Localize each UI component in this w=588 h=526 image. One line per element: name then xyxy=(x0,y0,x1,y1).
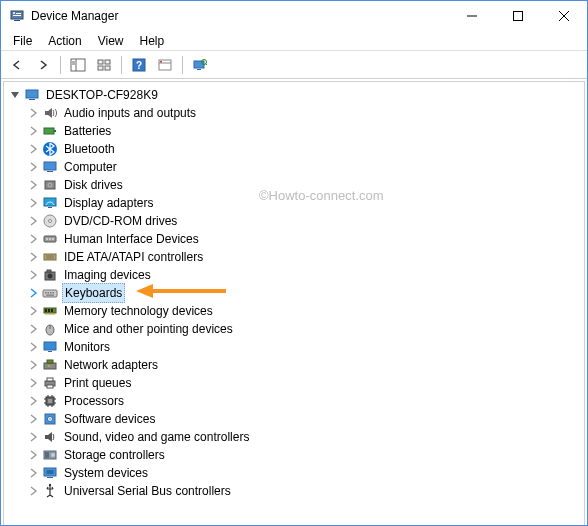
expand-toggle-icon[interactable] xyxy=(26,484,40,498)
expand-toggle-icon[interactable] xyxy=(26,124,40,138)
forward-button[interactable] xyxy=(31,54,55,76)
category-label: Disk drives xyxy=(62,176,125,194)
tree-category[interactable]: Memory technology devices xyxy=(8,302,580,320)
expand-toggle-icon[interactable] xyxy=(26,430,40,444)
expand-toggle-icon[interactable] xyxy=(26,142,40,156)
expand-toggle-icon[interactable] xyxy=(26,106,40,120)
hid-icon xyxy=(42,231,58,247)
close-button[interactable] xyxy=(541,1,587,31)
expand-toggle-icon[interactable] xyxy=(26,196,40,210)
menu-view[interactable]: View xyxy=(90,32,132,50)
tree-category[interactable]: Monitors xyxy=(8,338,580,356)
category-label: Computer xyxy=(62,158,119,176)
tree-category[interactable]: Disk drives xyxy=(8,176,580,194)
tree-category[interactable]: Print queues xyxy=(8,374,580,392)
expand-toggle-icon[interactable] xyxy=(26,376,40,390)
usb-icon xyxy=(42,483,58,499)
expand-toggle-icon[interactable] xyxy=(26,268,40,282)
tree-category[interactable]: Software devices xyxy=(8,410,580,428)
camera-icon xyxy=(42,267,58,283)
titlebar: Device Manager xyxy=(1,1,587,31)
expand-toggle-icon[interactable] xyxy=(26,448,40,462)
category-label: Storage controllers xyxy=(62,446,167,464)
expand-toggle-icon[interactable] xyxy=(26,322,40,336)
tree-root[interactable]: DESKTOP-CF928K9 xyxy=(8,86,580,104)
expand-toggle-icon[interactable] xyxy=(26,412,40,426)
tree-category[interactable]: Storage controllers xyxy=(8,446,580,464)
category-label: System devices xyxy=(62,464,150,482)
tree-category[interactable]: Keyboards xyxy=(8,284,580,302)
expand-toggle-icon[interactable] xyxy=(26,394,40,408)
disk-icon xyxy=(42,177,58,193)
expand-toggle-icon[interactable] xyxy=(26,250,40,264)
expand-toggle-icon[interactable] xyxy=(26,340,40,354)
category-label: Processors xyxy=(62,392,126,410)
network-icon xyxy=(42,357,58,373)
expand-toggle-icon[interactable] xyxy=(8,88,22,102)
svg-rect-3 xyxy=(16,13,21,14)
category-label: Mice and other pointing devices xyxy=(62,320,235,338)
printer-icon xyxy=(42,375,58,391)
svg-rect-13 xyxy=(98,60,103,64)
device-tree[interactable]: DESKTOP-CF928K9 Audio inputs and outputs… xyxy=(3,81,585,526)
help-button[interactable]: ? xyxy=(127,54,151,76)
category-label: Network adapters xyxy=(62,356,160,374)
dvd-icon xyxy=(42,213,58,229)
tree-category[interactable]: Universal Serial Bus controllers xyxy=(8,482,580,500)
category-label: IDE ATA/ATAPI controllers xyxy=(62,248,205,266)
toolbar-separator xyxy=(121,56,122,74)
svg-text:?: ? xyxy=(136,60,142,71)
expand-toggle-icon[interactable] xyxy=(26,466,40,480)
svg-rect-15 xyxy=(98,66,103,70)
tree-category[interactable]: Human Interface Devices xyxy=(8,230,580,248)
computer-icon xyxy=(24,87,40,103)
expand-toggle-icon[interactable] xyxy=(26,232,40,246)
toolbar: ? xyxy=(1,51,587,79)
maximize-button[interactable] xyxy=(495,1,541,31)
minimize-button[interactable] xyxy=(449,1,495,31)
properties-button[interactable] xyxy=(92,54,116,76)
category-label: Monitors xyxy=(62,338,112,356)
tree-category[interactable]: DVD/CD-ROM drives xyxy=(8,212,580,230)
app-icon xyxy=(9,8,25,24)
tree-category[interactable]: IDE ATA/ATAPI controllers xyxy=(8,248,580,266)
bluetooth-icon xyxy=(42,141,58,157)
menu-action[interactable]: Action xyxy=(40,32,89,50)
tree-category[interactable]: Computer xyxy=(8,158,580,176)
category-label: Audio inputs and outputs xyxy=(62,104,198,122)
tree-category[interactable]: Imaging devices xyxy=(8,266,580,284)
expand-toggle-icon[interactable] xyxy=(26,214,40,228)
tree-category[interactable]: Audio inputs and outputs xyxy=(8,104,580,122)
svg-rect-16 xyxy=(105,66,110,70)
memory-icon xyxy=(42,303,58,319)
tree-category[interactable]: Processors xyxy=(8,392,580,410)
svg-rect-27 xyxy=(29,99,35,100)
expand-toggle-icon[interactable] xyxy=(26,304,40,318)
svg-line-25 xyxy=(206,63,208,65)
svg-rect-1 xyxy=(14,20,20,21)
menubar: File Action View Help xyxy=(1,31,587,51)
tree-category[interactable]: Mice and other pointing devices xyxy=(8,320,580,338)
category-label: Display adapters xyxy=(62,194,155,212)
menu-help[interactable]: Help xyxy=(132,32,173,50)
tree-category[interactable]: Display adapters xyxy=(8,194,580,212)
expand-toggle-icon[interactable] xyxy=(26,358,40,372)
category-label: Sound, video and game controllers xyxy=(62,428,251,446)
show-hide-tree-button[interactable] xyxy=(66,54,90,76)
expand-toggle-icon[interactable] xyxy=(26,178,40,192)
tree-category[interactable]: Bluetooth xyxy=(8,140,580,158)
keyboard-icon xyxy=(42,285,58,301)
expand-toggle-icon[interactable] xyxy=(26,160,40,174)
tree-category[interactable]: System devices xyxy=(8,464,580,482)
tree-category[interactable]: Sound, video and game controllers xyxy=(8,428,580,446)
tree-category[interactable]: Network adapters xyxy=(8,356,580,374)
menu-file[interactable]: File xyxy=(5,32,40,50)
expand-toggle-icon[interactable] xyxy=(26,286,40,300)
tree-category[interactable]: Batteries xyxy=(8,122,580,140)
ide-icon xyxy=(42,249,58,265)
sound-icon xyxy=(42,429,58,445)
actions-button[interactable] xyxy=(153,54,177,76)
back-button[interactable] xyxy=(5,54,29,76)
category-label: DVD/CD-ROM drives xyxy=(62,212,179,230)
scan-hardware-button[interactable] xyxy=(188,54,212,76)
